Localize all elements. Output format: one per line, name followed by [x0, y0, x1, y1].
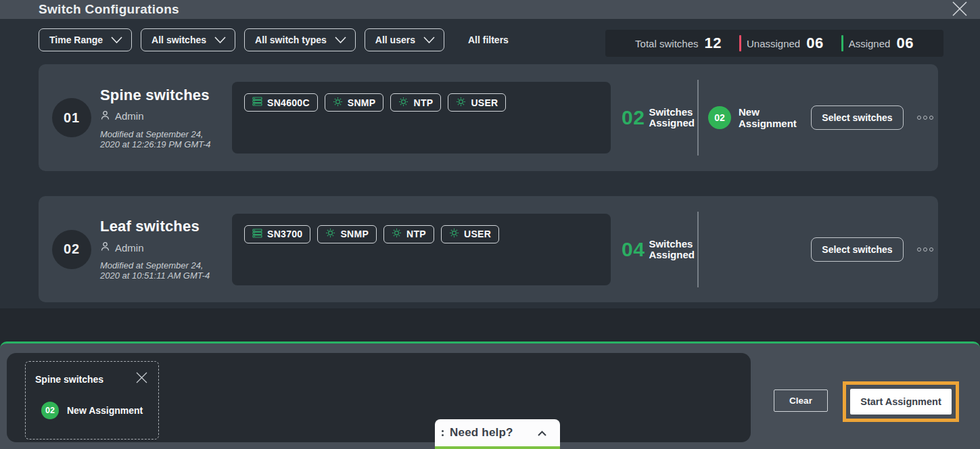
stat-value: 06: [896, 34, 913, 52]
clear-button[interactable]: Clear: [774, 389, 828, 412]
card-index-badge: 02: [52, 230, 91, 269]
all-users-dropdown[interactable]: All users: [365, 28, 444, 51]
tag-switch-model[interactable]: SN4600C: [244, 93, 318, 112]
chip-title: Spine switches: [35, 374, 103, 385]
tag-label: NTP: [406, 229, 426, 239]
chip-close-button[interactable]: [135, 371, 149, 387]
close-icon: [136, 375, 147, 385]
gear-icon: [449, 228, 459, 240]
start-assignment-button[interactable]: Start Assignment: [850, 389, 952, 415]
assigned-color-bar: [841, 35, 843, 51]
all-filters-link[interactable]: All filters: [468, 34, 509, 45]
page-title: Switch Configurations: [39, 2, 179, 17]
all-switches-dropdown[interactable]: All switches: [141, 28, 235, 51]
filter-row: Time Range All switches All switch types…: [39, 28, 509, 51]
close-icon: [951, 1, 969, 19]
card-info: Leaf switches Admin Modified at Septembe…: [100, 218, 229, 281]
tag-user[interactable]: USER: [448, 93, 506, 112]
stats-summary-bar: Total switches 12 Unassigned 06 Assigned…: [605, 30, 943, 57]
switches-assigned-count: 02 Switches Assigned: [622, 106, 697, 129]
user-icon: [100, 110, 110, 122]
card-index-badge: 01: [52, 98, 91, 137]
gear-icon: [333, 97, 343, 109]
assigned-number: 04: [622, 238, 645, 261]
gear-icon: [392, 228, 402, 240]
vertical-divider: [697, 80, 699, 156]
tag-label: SN4600C: [267, 97, 310, 108]
vertical-divider: [697, 212, 699, 287]
tag-snmp[interactable]: SNMP: [325, 93, 384, 112]
stat-label: Unassigned: [747, 38, 800, 49]
tag-switch-model[interactable]: SN3700: [244, 225, 310, 243]
select-switches-button[interactable]: Select switches: [811, 105, 904, 130]
tag-label: SNMP: [348, 97, 376, 108]
switch-icon: [252, 97, 262, 108]
config-tags-panel: SN4600C SNMP NTP USER: [232, 82, 611, 153]
need-help-widget[interactable]: Need help?: [435, 419, 560, 449]
config-tags-panel: SN3700 SNMP NTP USER: [232, 214, 611, 285]
config-card-spine-switches: 01 Spine switches Admin Modified at Sept…: [39, 64, 938, 171]
all-switch-types-dropdown[interactable]: All switch types: [244, 28, 356, 51]
assigned-number: 02: [622, 106, 645, 129]
dropdown-label: All switch types: [255, 34, 327, 45]
unassigned-stat: Unassigned 06: [747, 34, 824, 52]
unassigned-color-bar: [739, 35, 741, 51]
tag-ntp[interactable]: NTP: [390, 93, 441, 112]
chip-badge-count: 02: [41, 402, 59, 419]
select-switches-button[interactable]: Select switches: [811, 237, 904, 262]
card-title: Spine switches: [100, 87, 229, 104]
new-assignment-count: 02: [708, 106, 731, 129]
switch-icon: [252, 229, 262, 240]
total-switches-stat: Total switches 12: [635, 34, 722, 52]
dropdown-label: All users: [375, 34, 415, 45]
chevron-down-icon: [335, 34, 346, 45]
user-icon: [100, 241, 110, 254]
chip-badge-label: New Assignment: [67, 405, 143, 416]
action-highlight-box: Start Assignment: [843, 381, 959, 422]
more-options-icon[interactable]: [917, 247, 933, 252]
config-card-leaf-switches: 02 Leaf switches Admin Modified at Septe…: [39, 196, 938, 302]
tag-label: SNMP: [340, 229, 369, 239]
help-icon: [442, 430, 444, 436]
tag-user[interactable]: USER: [441, 225, 499, 243]
switch-configurations-screen: Switch Configurations Time Range All swi…: [0, 0, 980, 449]
chevron-up-icon: [538, 427, 546, 439]
stat-value: 12: [704, 34, 721, 52]
card-info: Spine switches Admin Modified at Septemb…: [100, 87, 229, 149]
gear-icon: [456, 97, 466, 109]
need-help-label: Need help?: [450, 426, 513, 440]
card-modified-timestamp: Modified at September 24, 2020 at 10:51:…: [100, 260, 229, 281]
tag-label: SN3700: [267, 229, 302, 239]
tag-label: USER: [464, 229, 491, 239]
gear-icon: [398, 97, 409, 109]
card-owner: Admin: [115, 110, 144, 122]
close-button[interactable]: [950, 1, 969, 18]
dropdown-label: All switches: [151, 34, 206, 45]
assigned-stat: Assigned 06: [849, 34, 914, 52]
chevron-down-icon: [214, 34, 226, 45]
switches-assigned-count: 04 Switches Assigned: [622, 238, 697, 261]
tag-snmp[interactable]: SNMP: [317, 225, 377, 243]
new-assignment-badge: 02 New Assignment: [708, 106, 811, 129]
stat-label: Assigned: [849, 38, 891, 49]
dropdown-label: Time Range: [49, 34, 103, 45]
gear-icon: [325, 228, 335, 240]
chevron-down-icon: [111, 34, 122, 45]
tag-label: USER: [471, 97, 498, 108]
card-title: Leaf switches: [100, 218, 229, 235]
card-modified-timestamp: Modified at September 24, 2020 at 12:26:…: [100, 129, 229, 149]
tag-label: NTP: [413, 97, 433, 108]
card-owner: Admin: [115, 242, 144, 254]
selection-panel: Spine switches 02 New Assignment: [7, 353, 751, 442]
stat-label: Total switches: [635, 38, 698, 49]
chevron-down-icon: [423, 34, 435, 45]
time-range-dropdown[interactable]: Time Range: [39, 28, 132, 51]
stat-value: 06: [806, 34, 823, 52]
tag-ntp[interactable]: NTP: [383, 225, 434, 243]
header-bar: Switch Configurations: [0, 0, 980, 19]
selected-config-chip: Spine switches 02 New Assignment: [25, 361, 159, 440]
more-options-icon[interactable]: [917, 116, 933, 120]
